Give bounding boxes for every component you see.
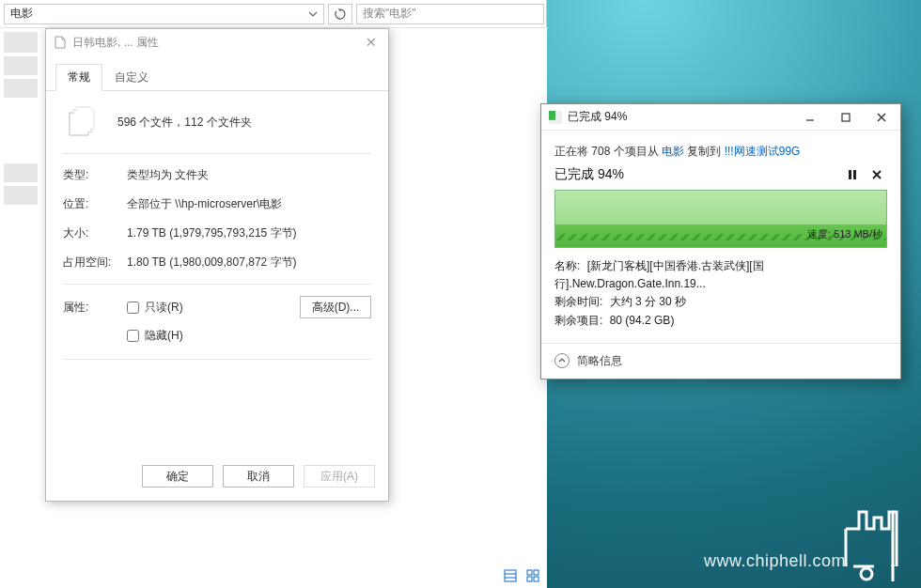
copy-src-link[interactable]: 电影 [662, 145, 684, 158]
tabstrip: 常规 自定义 [46, 55, 388, 91]
location-label: 位置: [63, 196, 127, 212]
copy-done-text: 已完成 94% [554, 166, 838, 183]
size-label: 大小: [63, 225, 127, 241]
copy-titlebar[interactable]: 已完成 94% [541, 104, 900, 131]
explorer-toolbar: 电影 搜索"电影" [0, 0, 548, 28]
readonly-checkbox-input[interactable] [127, 302, 139, 314]
copy-dialog: 已完成 94% 正在将 708 个项目从 电影 复制到 !!!网速测试99G 已… [540, 103, 901, 379]
svg-rect-4 [534, 570, 539, 575]
properties-title-icon [54, 36, 67, 49]
view-details-icon[interactable] [502, 567, 519, 584]
chart-speed-label: 速度: 513 MB/秒 [807, 227, 882, 241]
address-text: 电影 [10, 6, 33, 22]
hidden-checkbox[interactable]: 隐藏(H) [127, 328, 371, 344]
refresh-button[interactable] [328, 4, 352, 24]
remain-items-value: 80 (94.2 GB) [610, 314, 675, 327]
nav-item[interactable] [4, 186, 38, 205]
remain-items-label: 剩余项目: [554, 314, 606, 327]
nav-pane [0, 28, 41, 588]
location-value: 全部位于 \\hp-microserver\电影 [127, 196, 371, 212]
size-on-disk-value: 1.80 TB (1,980,009,807,872 字节) [127, 255, 371, 271]
svg-rect-0 [505, 570, 516, 581]
docstack-icon [63, 104, 99, 140]
cancel-copy-button[interactable] [866, 165, 887, 184]
chevron-up-icon [554, 353, 570, 368]
name-label: 名称: [554, 259, 584, 272]
advanced-button[interactable]: 高级(D)... [300, 296, 371, 318]
watermark-text: www.chiphell.com [704, 551, 846, 571]
throughput-chart: 速度: 513 MB/秒 [554, 190, 887, 248]
tab-custom[interactable]: 自定义 [102, 64, 161, 91]
search-placeholder: 搜索"电影" [363, 6, 416, 22]
maximize-button[interactable] [831, 106, 861, 129]
nav-item[interactable] [4, 56, 38, 75]
tab-general[interactable]: 常规 [55, 64, 102, 91]
svg-rect-9 [849, 170, 851, 179]
svg-rect-3 [527, 570, 532, 575]
hidden-label: 隐藏(H) [145, 328, 183, 344]
svg-rect-6 [534, 577, 539, 581]
collapse-row[interactable]: 简略信息 [541, 343, 900, 379]
readonly-checkbox[interactable]: 只读(R) [127, 300, 300, 316]
hidden-checkbox-input[interactable] [127, 330, 139, 342]
properties-titlebar[interactable]: 日韩电影, ... 属性 ✕ [46, 29, 388, 55]
size-on-disk-label: 占用空间: [63, 255, 127, 271]
cancel-button[interactable]: 取消 [223, 465, 294, 487]
copy-meta: 名称: [新龙门客栈][中国香港.古装武侠][国行].New.Dragon.Ga… [554, 257, 887, 330]
svg-rect-10 [853, 170, 856, 179]
svg-rect-5 [527, 577, 532, 581]
dialog-button-row: 确定 取消 应用(A) [46, 465, 388, 487]
nav-item[interactable] [4, 79, 38, 98]
copy-action-prefix: 正在将 708 个项目从 [554, 145, 662, 158]
apply-button[interactable]: 应用(A) [304, 465, 375, 487]
address-dropdown-icon[interactable] [308, 9, 318, 19]
copy-action-line: 正在将 708 个项目从 电影 复制到 !!!网速测试99G [554, 144, 887, 160]
chiphell-logo [842, 508, 913, 586]
nav-item[interactable] [4, 32, 38, 53]
copy-action-mid: 复制到 [684, 145, 725, 158]
minimize-button[interactable] [795, 106, 825, 129]
view-grid-icon[interactable] [524, 567, 541, 584]
attributes-label: 属性: [63, 300, 127, 316]
address-bar[interactable]: 电影 [4, 4, 324, 24]
svg-point-11 [861, 568, 872, 580]
remain-time-label: 剩余时间: [554, 295, 606, 308]
copy-dst-link[interactable]: !!!网速测试99G [725, 145, 801, 158]
type-label: 类型: [63, 167, 127, 183]
copy-progress-icon [549, 111, 562, 124]
ok-button[interactable]: 确定 [142, 465, 213, 487]
properties-title: 日韩电影, ... 属性 [72, 35, 159, 51]
collapse-label: 简略信息 [577, 353, 622, 369]
name-value: [新龙门客栈][中国香港.古装武侠][国行].New.Dragon.Gate.I… [554, 259, 764, 290]
speed-label: 速度: [807, 228, 834, 240]
speed-value: 513 MB/秒 [834, 228, 882, 240]
close-button[interactable] [866, 106, 897, 129]
svg-rect-8 [842, 114, 850, 121]
summary-text: 596 个文件，112 个文件夹 [117, 115, 252, 131]
nav-item[interactable] [4, 163, 38, 182]
readonly-label: 只读(R) [145, 300, 183, 316]
properties-body: 596 个文件，112 个文件夹 类型:类型均为 文件夹 位置:全部位于 \\h… [46, 91, 388, 375]
remain-time-value: 大约 3 分 30 秒 [610, 295, 686, 308]
copy-body: 正在将 708 个项目从 电影 复制到 !!!网速测试99G 已完成 94% 速… [541, 131, 900, 343]
close-button[interactable]: ✕ [362, 35, 381, 50]
properties-dialog: 日韩电影, ... 属性 ✕ 常规 自定义 596 个文件，112 个文件夹 类… [45, 28, 389, 502]
pause-button[interactable] [842, 165, 863, 184]
type-value: 类型均为 文件夹 [127, 167, 371, 183]
search-box[interactable]: 搜索"电影" [356, 4, 544, 24]
copy-title: 已完成 94% [568, 109, 789, 125]
size-value: 1.79 TB (1,979,795,793,215 字节) [127, 225, 371, 241]
